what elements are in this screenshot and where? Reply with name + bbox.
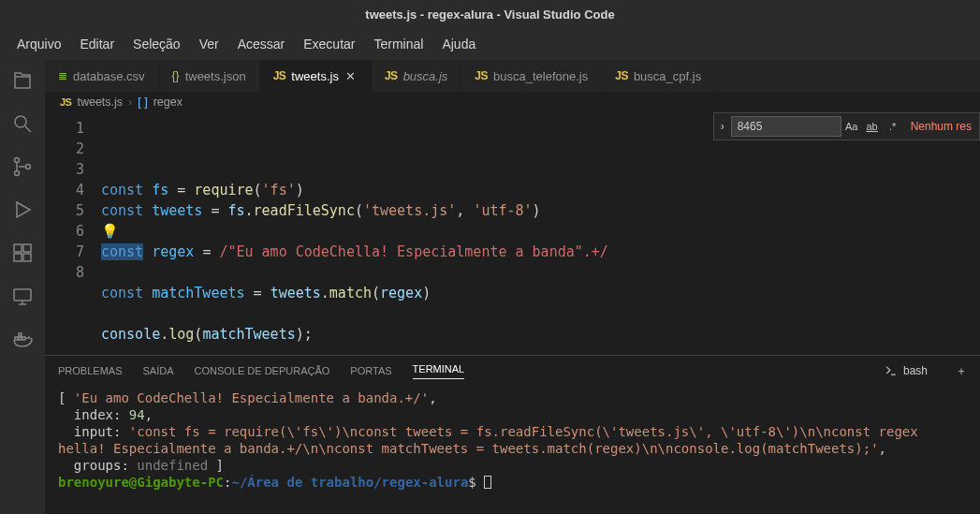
file-icon-json: {}: [172, 69, 180, 82]
svg-rect-5: [23, 244, 31, 252]
code-line[interactable]: console.log(matchTweets);: [101, 324, 980, 345]
svg-rect-11: [22, 337, 25, 340]
svg-rect-6: [14, 254, 22, 261]
extensions-icon[interactable]: [11, 242, 34, 264]
code-editor[interactable]: 12345678 const fs = require('fs')const t…: [45, 112, 980, 355]
source-control-icon[interactable]: [11, 155, 34, 178]
code-line[interactable]: [101, 262, 980, 283]
panel-tab-problemas[interactable]: PROBLEMAS: [58, 365, 122, 376]
breadcrumb-file: tweets.js: [77, 95, 123, 109]
svg-rect-4: [14, 244, 22, 252]
editor-tab-busca_telefone-js[interactable]: JSbusca_telefone.js: [461, 60, 602, 92]
tab-label: database.csv: [73, 69, 145, 83]
menu-acessar[interactable]: Acessar: [228, 31, 295, 57]
code-line[interactable]: [101, 303, 980, 324]
svg-rect-8: [14, 289, 31, 301]
menu-terminal[interactable]: Terminal: [364, 31, 432, 57]
file-icon-js: JS: [60, 96, 71, 108]
breadcrumb-symbol: regex: [154, 95, 183, 109]
panel-tab-terminal[interactable]: TERMINAL: [413, 363, 465, 379]
file-icon-js: JS: [273, 69, 286, 82]
line-number: 2: [45, 139, 84, 159]
editor-tab-database-csv[interactable]: ≣database.csv: [45, 60, 159, 92]
line-number: 7: [45, 242, 84, 262]
menu-ver[interactable]: Ver: [190, 31, 228, 57]
code-line[interactable]: const matchTweets = tweets.match(regex): [101, 283, 980, 303]
bottom-panel: PROBLEMAS SAÍDA CONSOLE DE DEPURAÇÃO POR…: [45, 355, 980, 514]
file-icon-js: JS: [385, 69, 398, 82]
line-number: 1: [45, 118, 84, 139]
file-icon-js: JS: [475, 69, 488, 82]
terminal-output[interactable]: [ 'Eu amo CodeChella! Especialmente a ba…: [45, 386, 980, 514]
line-number: 8: [45, 262, 84, 283]
editor-tabs: ≣database.csv{}tweets.jsonJStweets.js✕JS…: [45, 60, 980, 92]
panel-tabs: PROBLEMAS SAÍDA CONSOLE DE DEPURAÇÃO POR…: [45, 356, 980, 386]
svg-rect-10: [19, 337, 22, 340]
title-bar: tweets.js - regex-alura - Visual Studio …: [0, 0, 980, 28]
line-number-gutter: 12345678: [45, 118, 101, 355]
svg-rect-12: [19, 333, 22, 336]
tab-label: tweets.json: [185, 69, 246, 83]
tab-label: busca_cpf.js: [634, 69, 701, 83]
editor-tab-tweets-json[interactable]: {}tweets.json: [159, 60, 260, 92]
svg-rect-9: [15, 337, 18, 340]
code-line[interactable]: const regex = /"Eu amo CodeChella! Espec…: [101, 242, 980, 262]
menu-executar[interactable]: Executar: [294, 31, 364, 57]
chevron-right-icon: ›: [128, 95, 132, 109]
tab-label: tweets.js: [291, 69, 339, 83]
menu-bar: Arquivo Editar Seleção Ver Acessar Execu…: [0, 28, 980, 60]
docker-icon[interactable]: [11, 328, 34, 350]
svg-point-0: [15, 116, 26, 127]
line-number: 5: [45, 200, 84, 221]
menu-selecao[interactable]: Seleção: [124, 31, 190, 57]
terminal-add-icon[interactable]: ＋: [948, 363, 967, 379]
line-number: 3: [45, 159, 84, 180]
line-number: 4: [45, 180, 84, 200]
code-line[interactable]: const fs = require('fs'): [101, 180, 980, 200]
svg-point-1: [15, 158, 20, 163]
panel-tab-saida[interactable]: SAÍDA: [142, 365, 173, 376]
symbol-icon: [ ]: [138, 95, 147, 109]
line-number: 6: [45, 221, 84, 242]
code-line[interactable]: 💡: [101, 221, 980, 242]
svg-point-2: [15, 171, 20, 176]
tab-label: busca.js: [403, 69, 448, 83]
file-icon-csv: ≣: [58, 69, 67, 82]
menu-editar[interactable]: Editar: [70, 31, 124, 57]
editor-tab-busca-js[interactable]: JSbusca.js: [372, 60, 461, 92]
tab-label: busca_telefone.js: [493, 69, 588, 83]
panel-tab-portas[interactable]: PORTAS: [350, 365, 391, 376]
editor-area: ≣database.csv{}tweets.jsonJStweets.js✕JS…: [45, 60, 980, 514]
remote-icon[interactable]: [11, 285, 34, 307]
svg-point-3: [26, 165, 31, 169]
activity-bar: [0, 60, 45, 514]
main-area: ≣database.csv{}tweets.jsonJStweets.js✕JS…: [0, 60, 980, 514]
explorer-icon[interactable]: [11, 69, 34, 92]
breadcrumb[interactable]: JS tweets.js › [ ] regex: [45, 92, 980, 112]
close-icon[interactable]: ✕: [344, 69, 358, 83]
menu-ajuda[interactable]: Ajuda: [432, 31, 485, 57]
code-lines[interactable]: const fs = require('fs')const tweets = f…: [101, 118, 980, 355]
code-line[interactable]: const tweets = fs.readFileSync('tweets.j…: [101, 200, 980, 221]
menu-arquivo[interactable]: Arquivo: [7, 31, 70, 57]
search-icon[interactable]: [11, 112, 34, 135]
panel-tab-depuracao[interactable]: CONSOLE DE DEPURAÇÃO: [194, 365, 329, 376]
window-title: tweets.js - regex-alura - Visual Studio …: [365, 7, 614, 22]
terminal-shell-selector[interactable]: bash: [885, 364, 928, 377]
editor-tab-busca_cpf-js[interactable]: JSbusca_cpf.js: [602, 60, 715, 92]
svg-rect-7: [23, 254, 31, 261]
run-debug-icon[interactable]: [11, 198, 34, 221]
file-icon-js: JS: [615, 69, 628, 82]
editor-tab-tweets-js[interactable]: JStweets.js✕: [260, 60, 372, 92]
